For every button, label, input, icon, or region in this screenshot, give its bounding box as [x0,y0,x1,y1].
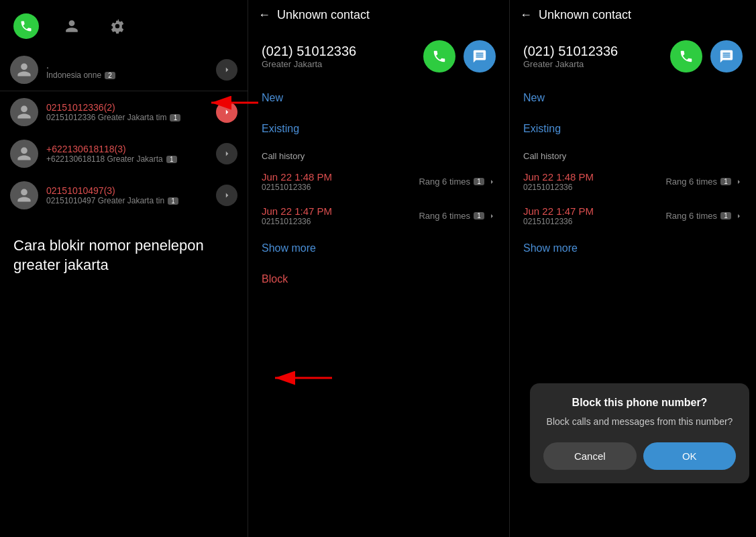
right-header: ← Unknown contact [510,0,756,30]
contact-name-02151012336: 02151012336(2) [46,102,208,113]
middle-action-icons [423,40,496,72]
right-action-icons [670,40,743,72]
middle-contact-detail: (021) 51012336 Greater Jakarta [248,30,509,83]
middle-call-time-1: Jun 22 1:48 PM [262,171,332,183]
middle-call-history-label: Call history [248,144,509,164]
middle-panel: ← Unknown contact (021) 51012336 Greater… [248,0,510,537]
middle-call-item-1: Jun 22 1:48 PM 02151012336 Rang 6 times … [248,164,509,199]
dialog-cancel-button[interactable]: Cancel [543,442,637,470]
chevron-btn-02151010497[interactable] [216,185,237,206]
contact-row-first: . Indonesia onne 2 [0,49,248,91]
dialog-title: Block this phone number? [543,397,736,409]
right-call-history-label: Call history [510,144,756,164]
block-dialog: Block this phone number? Block calls and… [530,383,749,483]
contacts-tab-icon[interactable] [59,13,85,39]
middle-call-number-1: 02151012336 [262,183,332,192]
contact-info-first: . Indonesia onne 2 [46,60,208,80]
dialog-buttons: Cancel OK [543,442,736,470]
contact-sub-622130618118: +622130618118 Greater Jakarta 1 [46,154,208,164]
contact-info-622130618118: +622130618118(3) +622130618118 Greater J… [46,144,208,164]
dialog-ok-button[interactable]: OK [643,442,737,470]
contact-sub-02151010497: 02151010497 Greater Jakarta tin 1 [46,196,208,205]
right-message-button[interactable] [710,40,743,72]
middle-block-link[interactable]: Block [248,264,509,295]
middle-call-number-2: 02151012336 [262,217,332,226]
right-new-link[interactable]: New [510,83,756,113]
avatar-first [10,56,38,84]
middle-existing-link[interactable]: Existing [248,113,509,144]
contact-name-02151010497: 02151010497(3) [46,185,208,196]
middle-call-item-2-left: Jun 22 1:47 PM 02151012336 [262,205,332,226]
right-call-number-2: 02151012336 [523,217,594,226]
settings-tab-icon[interactable] [105,13,130,39]
right-existing-link[interactable]: Existing [510,113,756,144]
right-phone-location: Greater Jakarta [523,59,618,69]
phone-tab-icon[interactable] [13,13,39,39]
left-panel: . Indonesia onne 2 02151012336(2) 021510… [0,0,248,537]
contact-sub-02151012336: 02151012336 Greater Jakarta tim 1 [46,113,208,122]
bottom-instruction-text: Cara blokir nomor penelepon greater jaka… [0,216,248,295]
contact-row-02151010497: 02151010497(3) 02151010497 Greater Jakar… [0,175,248,216]
right-call-item-1-left: Jun 22 1:48 PM 02151012336 [523,171,594,192]
dialog-message: Block calls and messages from this numbe… [543,416,736,429]
right-phone-number: (021) 51012336 [523,44,618,59]
middle-call-item-2: Jun 22 1:47 PM 02151012336 Rang 6 times … [248,199,509,233]
right-call-number-1: 02151012336 [523,183,594,192]
avatar-02151010497 [10,181,38,209]
middle-call-item-1-left: Jun 22 1:48 PM 02151012336 [262,171,332,192]
right-call-item-2-left: Jun 22 1:47 PM 02151012336 [523,205,594,226]
right-contact-detail: (021) 51012336 Greater Jakarta [510,30,756,83]
right-back-arrow[interactable]: ← [520,8,532,22]
right-call-item-1: Jun 22 1:48 PM 02151012336 Rang 6 times … [510,164,756,199]
right-call-rang-2: Rang 6 times 1 [665,211,743,221]
right-call-rang-1: Rang 6 times 1 [665,177,743,187]
chevron-btn-622130618118[interactable] [216,143,237,164]
middle-message-button[interactable] [464,40,496,72]
right-call-time-2: Jun 22 1:47 PM [523,205,594,217]
middle-header-title: Unknown contact [277,8,370,22]
middle-show-more-link[interactable]: Show more [248,233,509,264]
middle-phone-info: (021) 51012336 Greater Jakarta [262,44,356,69]
contact-row-02151012336: 02151012336(2) 02151012336 Greater Jakar… [0,91,248,133]
chevron-btn-02151012336[interactable] [216,101,237,123]
contact-name-first: . [46,60,208,70]
right-call-button[interactable] [670,40,702,72]
contact-row-622130618118: +622130618118(3) +622130618118 Greater J… [0,133,248,175]
right-call-item-2: Jun 22 1:47 PM 02151012336 Rang 6 times … [510,199,756,233]
right-call-time-1: Jun 22 1:48 PM [523,171,594,183]
red-arrow-block [265,361,339,395]
middle-back-arrow[interactable]: ← [258,8,270,22]
middle-phone-location: Greater Jakarta [262,59,356,69]
top-icons [0,7,248,49]
right-phone-info: (021) 51012336 Greater Jakarta [523,44,618,69]
contact-info-02151010497: 02151010497(3) 02151010497 Greater Jakar… [46,185,208,205]
avatar-622130618118 [10,140,38,168]
middle-header: ← Unknown contact [248,0,509,30]
middle-call-button[interactable] [423,40,455,72]
contact-info-02151012336: 02151012336(2) 02151012336 Greater Jakar… [46,102,208,122]
right-show-more-link[interactable]: Show more [510,233,756,264]
middle-call-rang-2: Rang 6 times 1 [419,211,496,221]
right-header-title: Unknown contact [539,8,631,22]
right-panel: ← Unknown contact (021) 51012336 Greater… [510,0,756,537]
middle-new-link[interactable]: New [248,83,509,113]
middle-call-time-2: Jun 22 1:47 PM [262,205,332,217]
middle-phone-number: (021) 51012336 [262,44,356,59]
middle-call-rang-1: Rang 6 times 1 [419,177,496,187]
chevron-btn-first[interactable] [216,59,237,81]
contact-sub-first: Indonesia onne 2 [46,70,208,80]
contact-name-622130618118: +622130618118(3) [46,144,208,154]
avatar-02151012336 [10,98,38,126]
